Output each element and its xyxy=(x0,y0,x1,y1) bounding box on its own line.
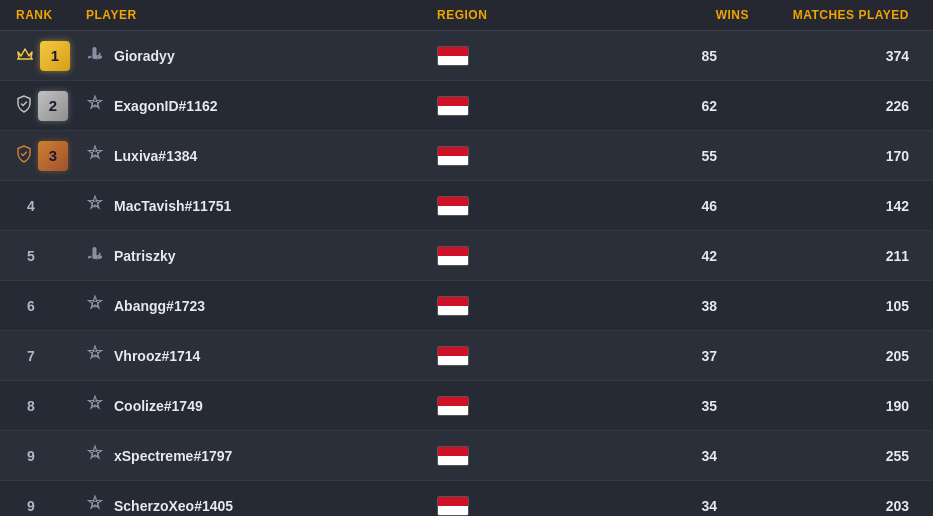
flag-indonesia xyxy=(437,496,469,516)
epic-icon xyxy=(86,495,104,517)
flag-top xyxy=(438,97,468,106)
flag-indonesia xyxy=(437,446,469,466)
matches-value: 203 xyxy=(757,498,917,514)
table-body: 1 Gioradyy 85 374 2 ExagonID#1162 62 xyxy=(0,31,933,516)
player-cell: Patriszky xyxy=(86,246,437,266)
flag-indonesia xyxy=(437,396,469,416)
flag-top xyxy=(438,47,468,56)
player-name: Patriszky xyxy=(114,248,175,264)
table-header: Rank Player Region Wins Matches Played xyxy=(0,0,933,31)
matches-value: 105 xyxy=(757,298,917,314)
flag-bottom xyxy=(438,456,468,465)
player-cell: Vhrooz#1714 xyxy=(86,345,437,367)
table-row: 1 Gioradyy 85 374 xyxy=(0,31,933,81)
rank-cell: 2 xyxy=(16,91,86,121)
player-name: Abangg#1723 xyxy=(114,298,205,314)
matches-value: 142 xyxy=(757,198,917,214)
flag-bottom xyxy=(438,406,468,415)
rank-cell: 9 xyxy=(16,441,86,471)
wins-value: 34 xyxy=(637,498,757,514)
flag-bottom xyxy=(438,256,468,265)
flag-top xyxy=(438,347,468,356)
rank-number: 8 xyxy=(16,391,46,421)
wins-value: 35 xyxy=(637,398,757,414)
rank-number: 9 xyxy=(16,491,46,517)
matches-value: 170 xyxy=(757,148,917,164)
table-row: 9 xSpectreme#1797 34 255 xyxy=(0,431,933,481)
flag-indonesia xyxy=(437,246,469,266)
table-row: 9 ScherzoXeo#1405 34 203 xyxy=(0,481,933,516)
header-player: Player xyxy=(86,8,437,22)
player-cell: xSpectreme#1797 xyxy=(86,445,437,467)
rank-cell: 4 xyxy=(16,191,86,221)
flag-indonesia xyxy=(437,296,469,316)
region-cell xyxy=(437,496,637,516)
player-name: Coolize#1749 xyxy=(114,398,203,414)
epic-icon xyxy=(86,195,104,217)
table-row: 5 Patriszky 42 211 xyxy=(0,231,933,281)
epic-icon xyxy=(86,445,104,467)
rank-badge-silver: 2 xyxy=(38,91,68,121)
player-name: Luxiva#1384 xyxy=(114,148,197,164)
player-cell: Coolize#1749 xyxy=(86,395,437,417)
matches-value: 211 xyxy=(757,248,917,264)
rank-number: 4 xyxy=(16,191,46,221)
epic-icon xyxy=(86,95,104,117)
player-cell: Abangg#1723 xyxy=(86,295,437,317)
rank-cell: 5 xyxy=(16,241,86,271)
flag-bottom xyxy=(438,506,468,515)
matches-value: 374 xyxy=(757,48,917,64)
crown-icon xyxy=(16,47,34,65)
flag-bottom xyxy=(438,356,468,365)
flag-bottom xyxy=(438,106,468,115)
flag-indonesia xyxy=(437,196,469,216)
rank-cell: 8 xyxy=(16,391,86,421)
wins-value: 37 xyxy=(637,348,757,364)
matches-value: 226 xyxy=(757,98,917,114)
player-name: Gioradyy xyxy=(114,48,175,64)
player-name: ExagonID#1162 xyxy=(114,98,218,114)
flag-indonesia xyxy=(437,146,469,166)
playstation-icon xyxy=(86,46,104,66)
flag-indonesia xyxy=(437,96,469,116)
matches-value: 255 xyxy=(757,448,917,464)
region-cell xyxy=(437,446,637,466)
header-region: Region xyxy=(437,8,637,22)
wins-value: 85 xyxy=(637,48,757,64)
table-row: 7 Vhrooz#1714 37 205 xyxy=(0,331,933,381)
epic-icon xyxy=(86,145,104,167)
rank-badge-gold: 1 xyxy=(40,41,70,71)
rank-cell: 7 xyxy=(16,341,86,371)
playstation-icon xyxy=(86,246,104,266)
region-cell xyxy=(437,46,637,66)
flag-top xyxy=(438,297,468,306)
shield-bronze-icon xyxy=(16,145,32,167)
table-row: 8 Coolize#1749 35 190 xyxy=(0,381,933,431)
player-cell: Gioradyy xyxy=(86,46,437,66)
flag-indonesia xyxy=(437,346,469,366)
wins-value: 38 xyxy=(637,298,757,314)
flag-bottom xyxy=(438,156,468,165)
flag-top xyxy=(438,397,468,406)
flag-bottom xyxy=(438,206,468,215)
flag-top xyxy=(438,197,468,206)
wins-value: 46 xyxy=(637,198,757,214)
player-name: ScherzoXeo#1405 xyxy=(114,498,233,514)
table-row: 3 Luxiva#1384 55 170 xyxy=(0,131,933,181)
rank-number: 6 xyxy=(16,291,46,321)
region-cell xyxy=(437,246,637,266)
rank-cell: 1 xyxy=(16,41,86,71)
matches-value: 205 xyxy=(757,348,917,364)
flag-top xyxy=(438,147,468,156)
flag-top xyxy=(438,447,468,456)
player-name: MacTavish#11751 xyxy=(114,198,231,214)
region-cell xyxy=(437,396,637,416)
wins-value: 55 xyxy=(637,148,757,164)
rank-number: 7 xyxy=(16,341,46,371)
matches-value: 190 xyxy=(757,398,917,414)
rank-number: 9 xyxy=(16,441,46,471)
wins-value: 34 xyxy=(637,448,757,464)
region-cell xyxy=(437,296,637,316)
flag-bottom xyxy=(438,306,468,315)
region-cell xyxy=(437,346,637,366)
